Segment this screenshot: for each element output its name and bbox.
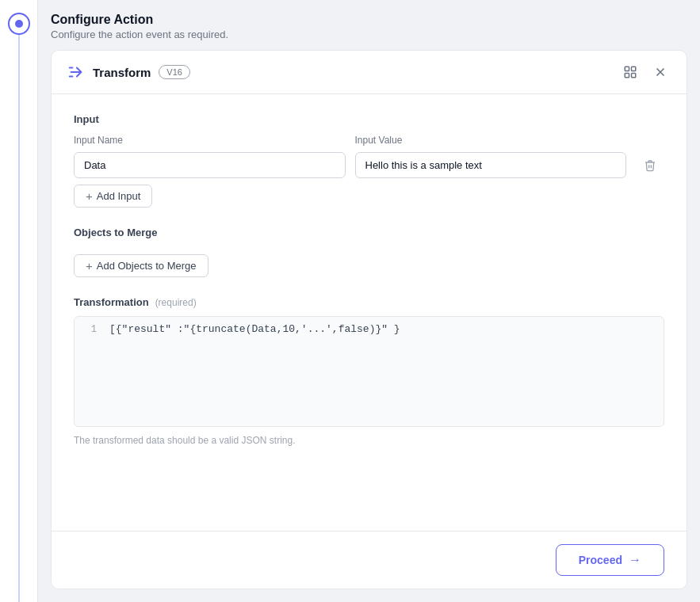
expand-button[interactable] [620,62,641,82]
svg-rect-2 [625,74,629,78]
transform-icon [67,63,85,81]
rail-line [18,35,20,602]
transformation-section: Transformation (required) 1 [{"result" :… [74,296,664,446]
svg-rect-1 [632,67,636,70]
add-input-button[interactable]: + Add Input [74,185,152,208]
svg-rect-0 [625,67,629,70]
card-header-right [620,62,671,82]
card-header-left: Transform V16 [67,63,190,81]
card-body: Input Input Name Input Value [52,94,687,531]
input-name-field[interactable] [74,152,346,178]
svg-rect-3 [632,74,636,78]
page-header: Configure Action Configure the action ev… [51,13,687,40]
page-subtitle: Configure the action event as required. [51,29,687,40]
input-section: Input Input Name Input Value [74,113,664,208]
card-header: Transform V16 [52,51,687,94]
arrow-right-icon: → [629,553,641,567]
delete-input-button[interactable] [636,156,664,175]
objects-section-label: Objects to Merge [74,227,664,238]
proceed-button[interactable]: Proceed → [556,544,664,576]
line-number-1: 1 [84,323,97,335]
code-content: [{"result" :"{truncate(Data,10,'...',fal… [109,323,654,335]
left-rail [0,0,38,602]
version-badge: V16 [159,65,190,79]
input-row [74,152,664,178]
card-footer: Proceed → [52,531,687,589]
input-columns-header: Input Name Input Value [74,135,664,146]
close-button[interactable] [650,62,671,82]
required-label: (required) [155,297,197,308]
plus-icon-objects: + [86,260,93,272]
hint-text: The transformed data should be a valid J… [74,435,664,446]
configure-card: Transform V16 [51,50,687,589]
proceed-label: Proceed [579,554,622,566]
objects-section: Objects to Merge + Add Objects to Merge [74,227,664,277]
step-indicator [8,13,30,35]
add-objects-button[interactable]: + Add Objects to Merge [74,254,208,277]
transformation-header: Transformation (required) [74,296,664,308]
input-section-label: Input [74,113,664,125]
code-editor[interactable]: 1 [{"result" :"{truncate(Data,10,'...',f… [74,316,664,427]
card-title: Transform [93,66,151,79]
plus-icon: + [86,190,93,202]
add-input-label: Add Input [97,190,141,202]
col-value-label: Input Value [355,135,627,146]
add-objects-label: Add Objects to Merge [97,260,197,272]
transformation-label: Transformation [74,296,149,308]
col-name-label: Input Name [74,135,346,146]
input-value-field[interactable] [355,152,627,178]
main-content: Configure Action Configure the action ev… [38,0,700,602]
code-line-1: 1 [{"result" :"{truncate(Data,10,'...',f… [75,317,664,341]
page-title: Configure Action [51,13,687,27]
